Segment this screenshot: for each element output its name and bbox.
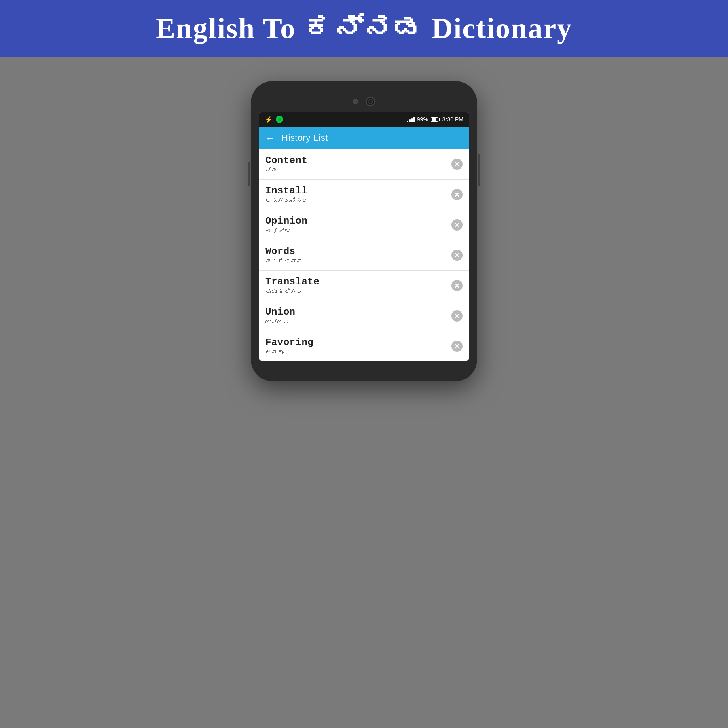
list-item-kannada: ಭಾಷಾಂತರಿಸಲ: [265, 288, 451, 295]
app-bar-title: History List: [281, 133, 328, 143]
list-item[interactable]: Favoringಅನುಕೂ: [259, 331, 469, 361]
list-item[interactable]: Unionಯೂನಿಯನ: [259, 301, 469, 331]
list-item[interactable]: Installಅನುಸ್ಥಾಪಿಸಲ: [259, 180, 469, 210]
back-button[interactable]: ←: [265, 132, 275, 144]
remove-button[interactable]: [451, 189, 463, 200]
remove-button[interactable]: [451, 219, 463, 231]
usb-icon: ⚡: [265, 116, 273, 123]
background: ⚡ 99%: [0, 57, 728, 728]
list-item-text: Unionಯೂನಿಯನ: [265, 307, 451, 325]
remove-button[interactable]: [451, 280, 463, 291]
signal-bar-3: [411, 118, 413, 122]
phone-device: ⚡ 99%: [251, 81, 477, 381]
battery-tip: [439, 118, 440, 121]
list-item-kannada: ಅಭಿಪ್ರಾ: [265, 227, 451, 234]
signal-bar-1: [407, 121, 408, 122]
list-item-text: Translateಭಾಷಾಂತರಿಸಲ: [265, 276, 451, 295]
battery-body: [431, 117, 438, 122]
battery-icon: [431, 117, 440, 122]
list-item[interactable]: Contentವಿಷ: [259, 149, 469, 180]
app-bar: ← History List: [259, 127, 469, 149]
list-item[interactable]: Wordsಪದಗಳನ್ನ: [259, 240, 469, 271]
phone-speaker: [353, 99, 358, 104]
list-item-kannada: ಯೂನಿಯನ: [265, 318, 451, 325]
remove-button[interactable]: [451, 250, 463, 261]
list-item-kannada: ಅನುಸ್ಥಾಪಿಸಲ: [265, 197, 451, 204]
battery-fill: [432, 118, 436, 121]
top-banner: English To ಕನ್ನಡ Dictionary: [0, 0, 728, 57]
list-item-english: Union: [265, 307, 451, 317]
remove-button[interactable]: [451, 159, 463, 170]
list-item-english: Translate: [265, 276, 451, 287]
list-item-text: Installಅನುಸ್ಥಾಪಿಸಲ: [265, 185, 451, 204]
status-left: ⚡: [265, 116, 283, 123]
list-item-text: Contentವಿಷ: [265, 155, 451, 174]
phone-screen: ⚡ 99%: [259, 112, 469, 361]
status-bar: ⚡ 99%: [259, 112, 469, 127]
signal-bar-2: [409, 119, 411, 122]
list-item[interactable]: Translateಭಾಷಾಂತರಿಸಲ: [259, 271, 469, 301]
status-right: 99% 3:30 PM: [407, 116, 463, 123]
history-list: ContentವಿಷInstallಅನುಸ್ಥಾಪಿಸಲOpinionಅಭಿಪ್…: [259, 149, 469, 361]
list-item-english: Opinion: [265, 216, 451, 226]
battery-percent: 99%: [417, 116, 428, 123]
list-item-english: Words: [265, 246, 451, 257]
phone-side-right-button: [478, 154, 480, 186]
remove-button[interactable]: [451, 341, 463, 352]
phone-camera: [366, 97, 375, 106]
list-item-text: Opinionಅಭಿಪ್ರಾ: [265, 216, 451, 234]
signal-icon: [407, 116, 415, 122]
list-item-kannada: ಪದಗಳನ್ನ: [265, 258, 451, 265]
list-item-text: Wordsಪದಗಳನ್ನ: [265, 246, 451, 265]
list-item-text: Favoringಅನುಕೂ: [265, 337, 451, 356]
list-item-english: Install: [265, 185, 451, 196]
clock-time: 3:30 PM: [442, 116, 463, 123]
location-icon: [276, 116, 283, 123]
phone-top-area: [259, 93, 469, 112]
list-item-english: Content: [265, 155, 451, 166]
list-item[interactable]: Opinionಅಭಿಪ್ರಾ: [259, 210, 469, 240]
signal-bar-4: [413, 117, 415, 122]
list-item-kannada: ವಿಷ: [265, 167, 451, 174]
list-item-kannada: ಅನುಕೂ: [265, 349, 451, 356]
banner-title: English To ಕನ್ನಡ Dictionary: [156, 12, 572, 45]
remove-button[interactable]: [451, 310, 463, 322]
phone-side-left-button: [248, 162, 250, 186]
list-item-english: Favoring: [265, 337, 451, 348]
